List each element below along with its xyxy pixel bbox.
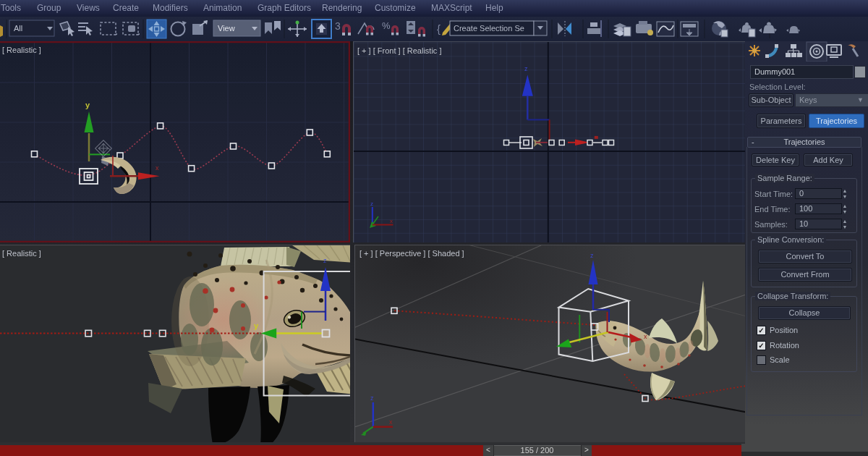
svg-text:x: x [644, 333, 647, 340]
svg-text:Create Selection Se: Create Selection Se [454, 24, 524, 33]
svg-text:z: z [370, 200, 373, 207]
svg-text:z: z [524, 65, 528, 72]
svg-text:y: y [85, 101, 90, 109]
svg-text:x: x [156, 164, 159, 172]
svg-text:y: y [254, 321, 259, 330]
svg-text:z: z [590, 252, 594, 259]
svg-text:All: All [14, 24, 22, 33]
svg-text:z: z [323, 257, 327, 264]
svg-text:View: View [218, 24, 235, 33]
svg-text:z: z [370, 394, 374, 402]
svg-text:x: x [390, 218, 393, 224]
svg-text:x: x [389, 418, 393, 426]
svg-text:3: 3 [335, 20, 341, 32]
svg-text:{: { [437, 22, 441, 35]
svg-text:%: % [382, 20, 391, 31]
